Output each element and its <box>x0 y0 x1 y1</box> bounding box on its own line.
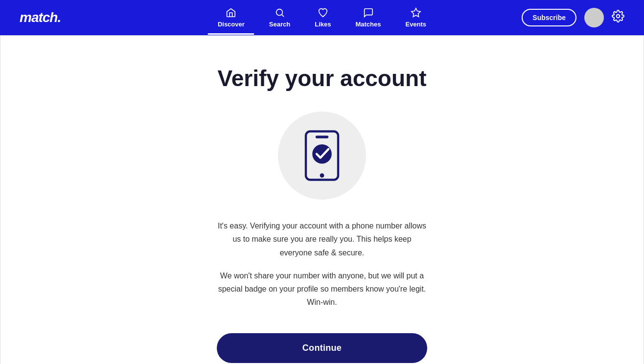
page-title: Verify your account <box>218 65 427 92</box>
nav-matches-label: Matches <box>355 21 381 28</box>
phone-checkmark-icon <box>300 129 344 182</box>
continue-button[interactable]: Continue <box>217 333 427 363</box>
main-content: Verify your account It's easy. Verifying… <box>0 35 644 364</box>
svg-point-7 <box>312 144 332 164</box>
main-nav: Discover Search Likes <box>208 5 436 30</box>
subscribe-button[interactable]: Subscribe <box>522 9 576 26</box>
discover-icon <box>226 7 236 20</box>
verify-card: Verify your account It's easy. Verifying… <box>175 65 469 363</box>
svg-point-3 <box>617 15 620 18</box>
main-header: match. Discover Search <box>0 0 644 35</box>
logo: match. <box>20 10 61 25</box>
description-paragraph-1: It's easy. Verifying your account with a… <box>217 219 427 259</box>
avatar[interactable] <box>584 8 604 27</box>
nav-search-label: Search <box>269 21 290 28</box>
likes-icon <box>318 7 328 20</box>
phone-verify-icon-circle <box>278 112 366 200</box>
nav-events[interactable]: Events <box>395 5 436 30</box>
nav-likes[interactable]: Likes <box>305 5 341 30</box>
events-icon <box>411 7 421 20</box>
svg-rect-5 <box>316 136 328 138</box>
svg-marker-2 <box>412 8 420 17</box>
settings-icon[interactable] <box>612 10 624 25</box>
svg-line-1 <box>282 15 284 17</box>
svg-point-6 <box>320 173 324 178</box>
nav-search[interactable]: Search <box>259 5 300 30</box>
header-right: Subscribe <box>522 8 624 27</box>
description-paragraph-2: We won't share your number with anyone, … <box>217 269 427 309</box>
nav-discover-label: Discover <box>218 21 245 28</box>
nav-events-label: Events <box>405 21 426 28</box>
nav-matches[interactable]: Matches <box>345 5 391 30</box>
matches-icon <box>363 7 373 20</box>
svg-point-0 <box>276 9 282 16</box>
nav-likes-label: Likes <box>315 21 331 28</box>
search-icon <box>275 7 285 20</box>
nav-discover[interactable]: Discover <box>208 5 254 30</box>
